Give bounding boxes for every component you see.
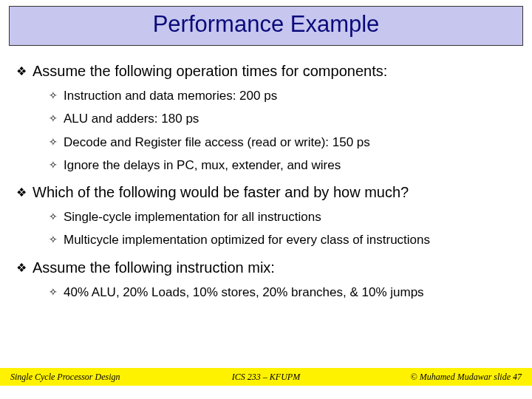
diamond-open-icon: ✧ xyxy=(49,211,58,224)
bullet-text: Instruction and data memories: 200 ps xyxy=(64,88,277,103)
bullet-text: Single-cycle implementation for all inst… xyxy=(64,209,321,225)
bullet-text: Which of the following would be faster a… xyxy=(33,183,409,202)
slide-body: ❖ Assume the following operation times f… xyxy=(0,46,532,300)
footer-left: Single Cycle Processor Design xyxy=(0,372,181,383)
diamond-open-icon: ✧ xyxy=(49,286,58,299)
slide-footer: Single Cycle Processor Design ICS 233 – … xyxy=(0,368,532,386)
bullet-text: Ignore the delays in PC, mux, extender, … xyxy=(64,157,341,173)
diamond-open-icon: ✧ xyxy=(49,89,58,103)
diamond-open-icon: ✧ xyxy=(49,112,58,126)
bullet-text: Assume the following operation times for… xyxy=(33,62,387,81)
footer-right: © Muhamed Mudawar slide 47 xyxy=(351,372,532,383)
diamond-open-icon: ✧ xyxy=(49,159,58,172)
bullet-level2: ✧ ALU and adders: 180 ps xyxy=(49,111,516,126)
bullet-level1: ❖ Which of the following would be faster… xyxy=(16,183,516,202)
bullet-text: 40% ALU, 20% Loads, 10% stores, 20% bran… xyxy=(64,284,424,300)
bullet-level2: ✧ Single-cycle implementation for all in… xyxy=(49,209,516,225)
bullet-text: Assume the following instruction mix: xyxy=(33,259,275,277)
bullet-level1: ❖ Assume the following operation times f… xyxy=(16,62,516,81)
slide-title-bar: Performance Example xyxy=(9,6,523,46)
bullet-text: Multicycle implementation optimized for … xyxy=(64,232,430,248)
bullet-level2: ✧ Decode and Register file access (read … xyxy=(49,134,516,150)
footer-center: ICS 233 – KFUPM xyxy=(181,372,352,383)
bullet-level1: ❖ Assume the following instruction mix: xyxy=(16,259,516,277)
diamond-icon: ❖ xyxy=(16,64,27,79)
bullet-text: ALU and adders: 180 ps xyxy=(64,111,199,126)
bullet-level2: ✧ Multicycle implementation optimized fo… xyxy=(49,232,516,248)
diamond-icon: ❖ xyxy=(16,185,27,200)
bullet-level2: ✧ 40% ALU, 20% Loads, 10% stores, 20% br… xyxy=(49,284,516,300)
diamond-icon: ❖ xyxy=(16,261,27,276)
bullet-text: Decode and Register file access (read or… xyxy=(64,134,370,150)
diamond-open-icon: ✧ xyxy=(49,233,58,247)
bullet-level2: ✧ Ignore the delays in PC, mux, extender… xyxy=(49,157,516,173)
bullet-level2: ✧ Instruction and data memories: 200 ps xyxy=(49,88,516,103)
slide-title: Performance Example xyxy=(10,11,522,38)
diamond-open-icon: ✧ xyxy=(49,136,58,149)
